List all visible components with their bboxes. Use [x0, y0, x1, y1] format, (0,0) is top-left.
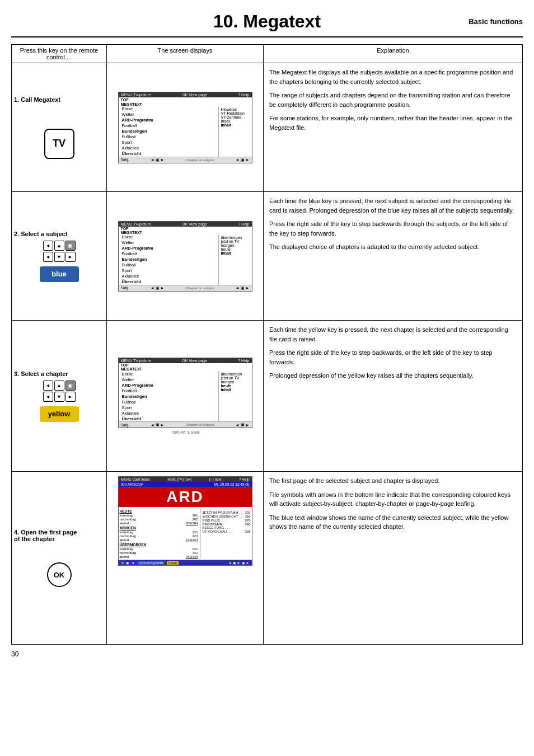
col-header-3: Explanation — [264, 45, 522, 63]
col-header-2: The screen displays — [107, 45, 264, 63]
explanation-4: The first page of the selected subject a… — [264, 472, 522, 644]
ok-key: OK — [47, 562, 72, 587]
explanation-1: The Megatext file displays all the subje… — [264, 63, 522, 191]
explanation-3: Each time the yellow key is pressed, the… — [264, 321, 522, 471]
page-number: 30 — [11, 650, 18, 658]
table-row: 3. Select a chapter ◄ ▲ ▣ ◄ ▼ ► yellow M… — [11, 320, 523, 471]
screen-1: MENU TV-picture OK View page ? Help TOP … — [118, 92, 252, 163]
tv-key: TV — [44, 129, 74, 159]
step-label-3: 3. Select a chapter — [14, 370, 104, 377]
step-label-2: 2. Select a subject — [14, 231, 104, 237]
step-label-1: 1. Call Megatext — [14, 96, 104, 103]
section-label: Basic functions — [439, 17, 523, 26]
yellow-key: yellow — [40, 406, 79, 422]
tv-key-label: TV — [53, 138, 65, 149]
blue-key-label: blue — [51, 270, 67, 278]
page-title: 10. Megatext — [95, 11, 439, 32]
table-row: 1. Call Megatext TV MENU TV-picture OK V… — [11, 63, 523, 191]
col-header-1: Press this key on the remote control.... — [12, 45, 107, 63]
ok-key-label: OK — [54, 571, 65, 579]
step-label-4: 4. Open the first page of the chapter — [14, 529, 104, 542]
yellow-key-label: yellow — [48, 410, 71, 418]
explanation-2: Each time the blue key is pressed, the n… — [264, 192, 522, 320]
table-row: 2. Select a subject ◄ ▲ ▣ ◄ ▼ ► blue MEN… — [11, 191, 523, 320]
screen-3: MENU TV-picture OK View page ? Help TOP … — [118, 358, 252, 428]
table-row: 4. Open the first page of the chapter OK… — [11, 471, 523, 645]
blue-key: blue — [40, 266, 79, 282]
screen-4: MENU Card index Mark:(TV) next (○) new ?… — [118, 476, 252, 566]
screen-2: MENU TV-picture OK View page ? Help TOP … — [118, 221, 252, 292]
